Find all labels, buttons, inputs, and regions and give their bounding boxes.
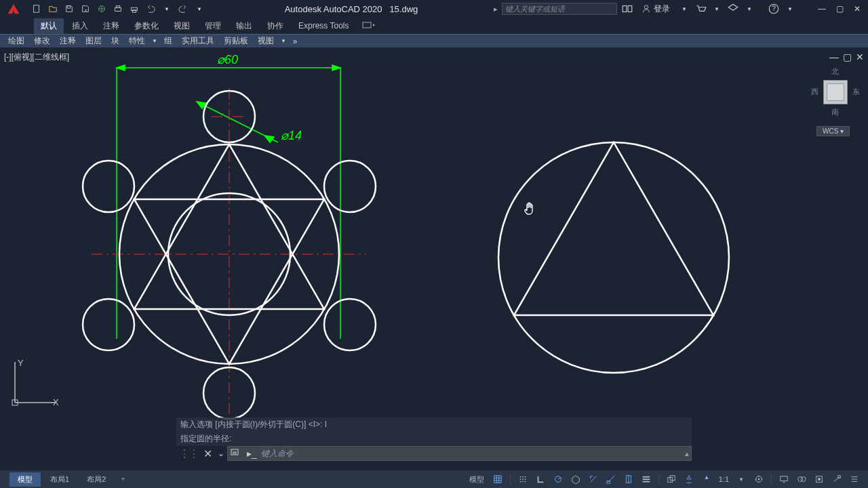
command-input[interactable]: 键入命令: [261, 448, 683, 460]
drawing-canvas[interactable]: [-][俯视][二维线框] — ▢ ✕ 北 西 东 南 WCS ▾ ⌀60 ⌀1…: [0, 47, 868, 466]
redo-icon[interactable]: [176, 2, 190, 16]
scale-button[interactable]: 1:1: [716, 472, 732, 487]
ucs-icon: Y X: [8, 355, 62, 412]
undo-dropdown-icon[interactable]: ▼: [160, 2, 174, 16]
isodraft-icon[interactable]: [568, 472, 584, 487]
exchange-dropdown-icon[interactable]: ▼: [743, 2, 755, 16]
undo-icon[interactable]: [144, 2, 157, 16]
annovisible-icon[interactable]: [698, 472, 715, 487]
isolate-icon[interactable]: [793, 472, 810, 487]
viewcube-n[interactable]: 北: [831, 66, 839, 77]
viewcube-e[interactable]: 东: [852, 87, 860, 97]
panel-group[interactable]: 组: [160, 35, 176, 47]
transparency-icon[interactable]: [638, 472, 654, 487]
panel-props[interactable]: 特性: [125, 35, 149, 47]
svg-point-41: [519, 479, 521, 480]
help-dropdown-icon[interactable]: ▼: [784, 2, 796, 16]
plot-icon[interactable]: [111, 2, 125, 16]
login-dropdown-icon[interactable]: ▼: [678, 2, 690, 16]
svg-point-42: [522, 479, 524, 480]
ribbon-tab-manage[interactable]: 管理: [198, 18, 228, 34]
cmd-close-icon[interactable]: ✕: [201, 447, 215, 460]
customize-icon[interactable]: [846, 472, 863, 487]
cmd-customize-icon[interactable]: ⌄: [215, 449, 227, 458]
ortho-icon[interactable]: [532, 472, 549, 487]
cmd-scroll-up-icon[interactable]: ▲: [683, 450, 691, 458]
new-icon[interactable]: [30, 2, 43, 16]
svg-point-43: [524, 479, 526, 480]
monitor-icon[interactable]: [776, 472, 792, 487]
clean-icon[interactable]: [829, 472, 845, 487]
viewcube-w[interactable]: 西: [811, 87, 818, 97]
ribbon-tab-express[interactable]: Express Tools: [292, 19, 355, 33]
panel-modify[interactable]: 修改: [30, 35, 54, 47]
ribbon-tab-view[interactable]: 视图: [167, 18, 197, 34]
svg-text:X: X: [53, 397, 59, 407]
viewport-label[interactable]: [-][俯视][二维线框]: [4, 52, 69, 63]
panel-view-dd-icon[interactable]: ▼: [279, 38, 288, 44]
viewcube-face[interactable]: [823, 76, 848, 108]
web-icon[interactable]: [95, 2, 108, 16]
scale-dd-icon[interactable]: ▼: [733, 472, 749, 487]
cart-dropdown-icon[interactable]: ▼: [711, 2, 723, 16]
tab-model[interactable]: 模型: [9, 472, 41, 487]
save-as-icon[interactable]: [79, 2, 92, 16]
ribbon-min-icon[interactable]: [362, 21, 376, 31]
workspace-icon[interactable]: [751, 472, 767, 487]
ribbon-tab-collab[interactable]: 协作: [260, 18, 290, 34]
osnap-icon[interactable]: [585, 472, 601, 487]
ribbon-tab-default[interactable]: 默认: [34, 18, 64, 34]
svg-point-9: [644, 5, 648, 9]
cycling-icon[interactable]: [663, 472, 679, 487]
open-icon[interactable]: [46, 2, 60, 16]
viewcube[interactable]: 北 西 东 南 WCS ▾: [811, 66, 860, 141]
app-exchange-icon[interactable]: [727, 2, 739, 16]
panel-util[interactable]: 实用工具: [178, 35, 218, 47]
panel-block[interactable]: 块: [107, 35, 123, 47]
login-button[interactable]: 登录: [637, 3, 674, 15]
panel-view[interactable]: 视图: [254, 35, 278, 47]
ribbon-tab-output[interactable]: 输出: [229, 18, 259, 34]
maximize-button[interactable]: ▢: [833, 2, 846, 16]
viewcube-s[interactable]: 南: [831, 107, 839, 117]
tab-add-icon[interactable]: +: [115, 472, 130, 487]
svg-point-29: [203, 367, 255, 419]
command-line[interactable]: ▸_ 键入命令 ▲: [227, 446, 692, 461]
cmd-grip-icon[interactable]: ⋮⋮: [176, 447, 201, 460]
search-go-icon[interactable]: [621, 2, 633, 16]
app-logo[interactable]: [0, 0, 27, 18]
tab-layout1[interactable]: 布局1: [42, 472, 77, 487]
panel-more-icon[interactable]: »: [289, 36, 302, 47]
ribbon-tab-parametric[interactable]: 参数化: [127, 18, 165, 34]
snap-icon[interactable]: [515, 472, 531, 487]
lineweight-icon[interactable]: [620, 472, 637, 487]
polar-icon[interactable]: [550, 472, 566, 487]
status-model-button[interactable]: 模型: [465, 472, 488, 487]
tab-layout2[interactable]: 布局2: [79, 472, 114, 487]
hardware-icon[interactable]: [811, 472, 827, 487]
help-icon[interactable]: ?: [768, 2, 780, 16]
panel-annotate[interactable]: 注释: [56, 35, 80, 47]
minimize-button[interactable]: —: [815, 2, 829, 16]
wcs-label: WCS: [823, 127, 838, 135]
doc-maximize-button[interactable]: ▢: [843, 52, 852, 62]
panel-layers[interactable]: 图层: [81, 35, 106, 47]
panel-props-dd-icon[interactable]: ▼: [151, 38, 159, 44]
print-icon[interactable]: [127, 2, 141, 16]
cmd-recent-button[interactable]: [228, 449, 243, 459]
doc-close-button[interactable]: ✕: [856, 52, 864, 62]
otrack-icon[interactable]: [603, 472, 619, 487]
save-icon[interactable]: [62, 2, 76, 16]
close-button[interactable]: ✕: [850, 2, 864, 16]
panel-draw[interactable]: 绘图: [4, 35, 28, 47]
doc-minimize-button[interactable]: —: [829, 52, 839, 62]
redo-dropdown-icon[interactable]: ▼: [193, 2, 206, 16]
panel-clipboard[interactable]: 剪贴板: [220, 35, 252, 47]
wcs-button[interactable]: WCS ▾: [816, 126, 850, 136]
grid-icon[interactable]: [490, 472, 506, 487]
annoscale-icon[interactable]: [681, 472, 697, 487]
ribbon-tab-insert[interactable]: 插入: [65, 18, 95, 34]
ribbon-tab-annotate[interactable]: 注释: [96, 18, 126, 34]
cart-icon[interactable]: [694, 2, 707, 16]
search-input[interactable]: 键入关键字或短语: [502, 3, 617, 15]
